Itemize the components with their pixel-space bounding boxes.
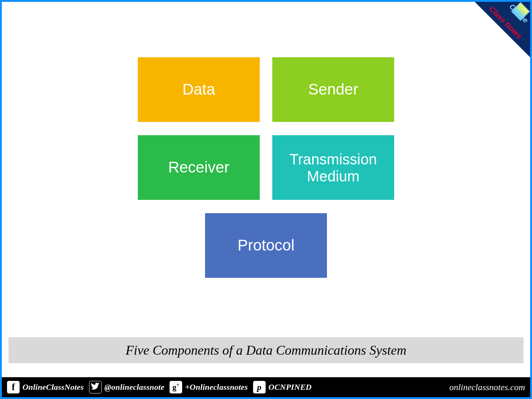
social-pinterest[interactable]: p OCNPINED [253,381,312,393]
tile-data-label: Data [183,81,215,98]
tile-receiver: Receiver [138,135,260,200]
ribbon-text-2: Class Notes [487,5,523,41]
facebook-label: OnlineClassNotes [23,382,84,392]
footer-site-text: onlineclassnotes.com [449,382,525,392]
tile-medium-label: Transmission Medium [290,151,377,185]
social-twitter[interactable]: @onlineclassnote [89,381,164,393]
googleplus-label: +Onlineclassnotes [185,382,248,392]
pinterest-icon: p [253,381,266,393]
tiles-container: Data Sender Receiver Transmission Medium… [2,57,530,291]
pinterest-label: OCNPINED [269,382,312,392]
tile-receiver-label: Receiver [168,158,229,176]
tile-row-1: Data Sender [138,57,394,122]
tile-row-3: Protocol [205,213,327,278]
googleplus-icon: g+ [170,381,182,393]
footer-bar: f OnlineClassNotes @onlineclassnote g+ +… [2,377,530,397]
tile-medium-line1: Transmission [290,151,377,167]
ribbon-text-1: Online [508,2,530,24]
twitter-label: @onlineclassnote [105,382,164,392]
ribbon-logo-icon [511,2,530,21]
tile-data: Data [138,57,260,122]
tile-protocol: Protocol [205,213,327,278]
social-googleplus[interactable]: g+ +Onlineclassnotes [170,381,248,393]
tile-transmission-medium: Transmission Medium [272,135,394,200]
tile-sender-label: Sender [308,81,358,98]
twitter-icon [89,381,102,393]
tile-row-2: Receiver Transmission Medium [138,135,394,200]
social-facebook[interactable]: f OnlineClassNotes [7,381,84,393]
tile-protocol-label: Protocol [238,236,294,254]
footer-site-link[interactable]: onlineclassnotes.com [449,382,525,392]
tile-sender: Sender [272,57,394,122]
caption-text: Five Components of a Data Communications… [126,342,406,358]
facebook-icon: f [7,381,20,393]
slide-frame: Online Class Notes Data Sender Receiver … [0,0,532,399]
tile-medium-line2: Medium [307,168,359,184]
caption-bar: Five Components of a Data Communications… [8,337,524,363]
ribbon-triangle [471,0,532,61]
